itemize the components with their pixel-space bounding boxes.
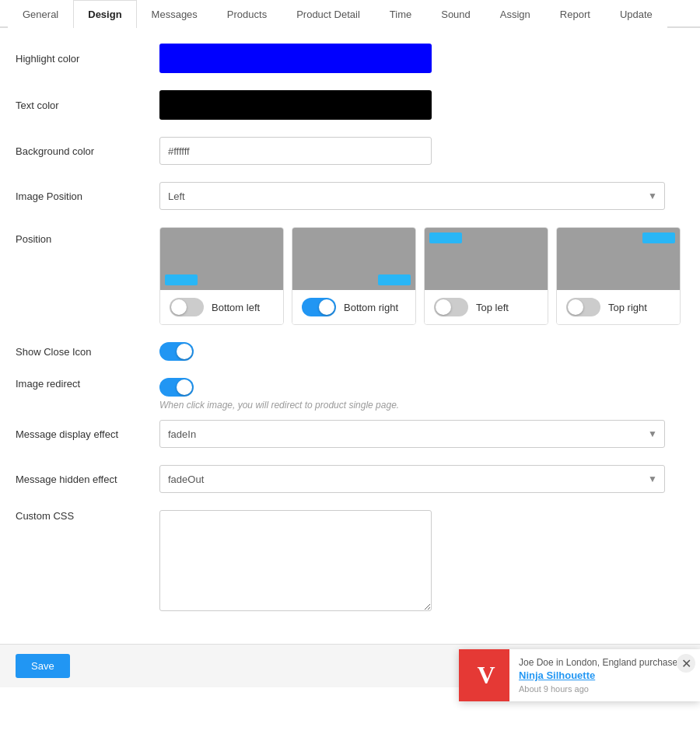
highlight-color-row: Highlight color — [16, 44, 684, 73]
show-close-icon-toggle[interactable] — [159, 342, 194, 361]
image-position-label: Image Position — [16, 190, 159, 202]
position-label-top-right: Top right — [608, 302, 647, 313]
position-card-bottom-left[interactable]: Bottom left — [159, 227, 284, 325]
toggle-knob-bottom-left — [171, 299, 187, 315]
image-redirect-toggle[interactable] — [159, 378, 194, 397]
toggle-knob-top-left — [436, 299, 451, 315]
highlight-color-input[interactable] — [159, 44, 432, 73]
position-preview-top-right — [557, 228, 680, 290]
position-footer-top-right: Top right — [557, 290, 680, 324]
position-footer-bottom-right: Bottom right — [292, 290, 415, 324]
tab-product-detail[interactable]: Product Detail — [282, 0, 375, 28]
position-toggle-bottom-left[interactable] — [170, 298, 204, 316]
notification-product-name[interactable]: Ninja Silhouette — [519, 669, 691, 681]
position-footer-top-left: Top left — [425, 290, 548, 324]
notification-body: Joe Doe in London, England purchased a N… — [509, 649, 700, 701]
toggle-knob-bottom-right — [319, 299, 334, 315]
text-color-row: Text color — [16, 90, 684, 120]
image-redirect-toggle-knob — [177, 379, 192, 395]
position-options-group: Bottom left Bottom right — [159, 227, 681, 325]
position-toggle-top-right[interactable] — [566, 298, 600, 316]
message-hidden-effect-row: Message hidden effect fadeOut fadeIn sli… — [16, 465, 684, 493]
tab-design[interactable]: Design — [73, 0, 136, 28]
position-toggle-top-left[interactable] — [434, 298, 468, 316]
text-color-label: Text color — [16, 100, 159, 111]
design-tab-content: Highlight color Text color Background co… — [0, 28, 700, 644]
image-redirect-row: Image redirect When click image, you wil… — [16, 378, 684, 411]
image-redirect-label: Image redirect — [16, 378, 159, 390]
image-position-row: Image Position Left Right Top Bottom ▼ — [16, 182, 684, 210]
background-color-label: Background color — [16, 145, 159, 157]
message-display-effect-select-wrapper: fadeIn fadeOut slideIn slideOut ▼ — [159, 420, 665, 448]
show-close-icon-toggle-knob — [177, 344, 192, 359]
position-indicator-bottom-left — [165, 274, 198, 285]
notification-popup: V Joe Doe in London, England purchased a… — [459, 649, 700, 701]
background-color-row: Background color — [16, 137, 684, 165]
toggle-knob-top-right — [568, 299, 583, 315]
position-indicator-top-right — [642, 232, 675, 243]
position-indicator-top-left — [429, 232, 462, 243]
position-card-top-right[interactable]: Top right — [556, 227, 681, 325]
text-color-input[interactable] — [159, 90, 432, 120]
custom-css-row: Custom CSS — [16, 510, 684, 611]
notification-brand-block: V — [463, 649, 509, 701]
position-preview-bottom-left — [160, 228, 283, 290]
position-label-bottom-left: Bottom left — [212, 302, 260, 313]
position-card-top-left[interactable]: Top left — [424, 227, 548, 325]
notification-title: Joe Doe in London, England purchased a — [519, 657, 691, 668]
tab-messages[interactable]: Messages — [137, 0, 212, 28]
show-close-icon-label: Show Close Icon — [16, 346, 159, 358]
tab-products[interactable]: Products — [212, 0, 282, 28]
position-toggle-bottom-right[interactable] — [302, 298, 336, 316]
image-redirect-hint: When click image, you will redirect to p… — [159, 400, 399, 411]
position-section: Position Bottom left — [16, 227, 684, 325]
image-position-select-wrapper: Left Right Top Bottom ▼ — [159, 182, 665, 210]
tab-sound[interactable]: Sound — [426, 0, 485, 28]
custom-css-textarea[interactable] — [159, 510, 432, 611]
page-wrapper: General Design Messages Products Product… — [0, 0, 700, 748]
show-close-icon-row: Show Close Icon — [16, 342, 684, 361]
position-preview-bottom-right — [292, 228, 415, 290]
custom-css-label: Custom CSS — [16, 510, 159, 522]
save-button[interactable]: Save — [16, 654, 70, 678]
tab-time[interactable]: Time — [375, 0, 426, 28]
tab-assign[interactable]: Assign — [485, 0, 545, 28]
position-indicator-bottom-right — [378, 274, 411, 285]
tab-general[interactable]: General — [8, 0, 73, 28]
tab-report[interactable]: Report — [545, 0, 605, 28]
tab-update[interactable]: Update — [605, 0, 667, 28]
position-preview-top-left — [425, 228, 548, 290]
position-label-top-left: Top left — [476, 302, 509, 313]
message-display-effect-label: Message display effect — [16, 428, 159, 440]
position-label: Position — [16, 227, 159, 245]
notification-close-button[interactable]: ✕ — [677, 654, 695, 673]
notification-time: About 9 hours ago — [519, 684, 691, 694]
position-footer-bottom-left: Bottom left — [160, 290, 283, 324]
background-color-input[interactable] — [159, 137, 432, 165]
message-hidden-effect-select-wrapper: fadeOut fadeIn slideIn slideOut ▼ — [159, 465, 665, 493]
message-hidden-effect-label: Message hidden effect — [16, 474, 159, 485]
message-hidden-effect-select[interactable]: fadeOut fadeIn slideIn slideOut — [159, 465, 665, 493]
message-display-effect-select[interactable]: fadeIn fadeOut slideIn slideOut — [159, 420, 665, 448]
position-card-bottom-right[interactable]: Bottom right — [292, 227, 416, 325]
highlight-color-label: Highlight color — [16, 53, 159, 65]
image-position-select[interactable]: Left Right Top Bottom — [159, 182, 665, 210]
tabs-bar: General Design Messages Products Product… — [0, 0, 700, 28]
notification-brand-letter: V — [477, 661, 495, 690]
message-display-effect-row: Message display effect fadeIn fadeOut sl… — [16, 420, 684, 448]
position-label-bottom-right: Bottom right — [344, 302, 398, 313]
